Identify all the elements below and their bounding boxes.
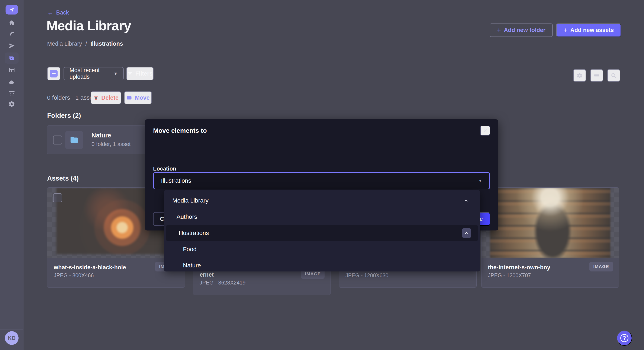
close-button[interactable]: [480, 126, 490, 136]
modal-header: Move elements to: [145, 119, 498, 142]
option-label: Authors: [164, 213, 197, 220]
close-icon: [483, 128, 488, 133]
chevron-up-icon[interactable]: [464, 198, 469, 203]
dropdown-option-food[interactable]: Food: [164, 241, 480, 257]
collapse-button[interactable]: [462, 228, 471, 238]
location-dropdown: Media Library Authors Illustrations Food…: [164, 190, 480, 271]
help-button[interactable]: ?: [617, 330, 632, 346]
option-label: Nature: [164, 262, 201, 269]
dropdown-option-media-library[interactable]: Media Library: [164, 192, 480, 209]
location-label: Location: [153, 165, 176, 172]
chevron-down-icon: ▼: [478, 179, 482, 183]
option-label: Food: [164, 246, 196, 253]
dropdown-option-nature[interactable]: Nature: [164, 257, 480, 274]
dropdown-option-illustrations-selected[interactable]: Illustrations: [166, 225, 478, 241]
modal-title: Move elements to: [153, 127, 207, 134]
option-label: Media Library: [164, 197, 208, 204]
location-select[interactable]: Illustrations ▼: [153, 172, 490, 189]
option-label: Illustrations: [166, 230, 209, 236]
question-mark-icon: ?: [620, 334, 628, 342]
dropdown-option-authors[interactable]: Authors: [164, 209, 480, 225]
location-value: Illustrations: [161, 177, 191, 184]
